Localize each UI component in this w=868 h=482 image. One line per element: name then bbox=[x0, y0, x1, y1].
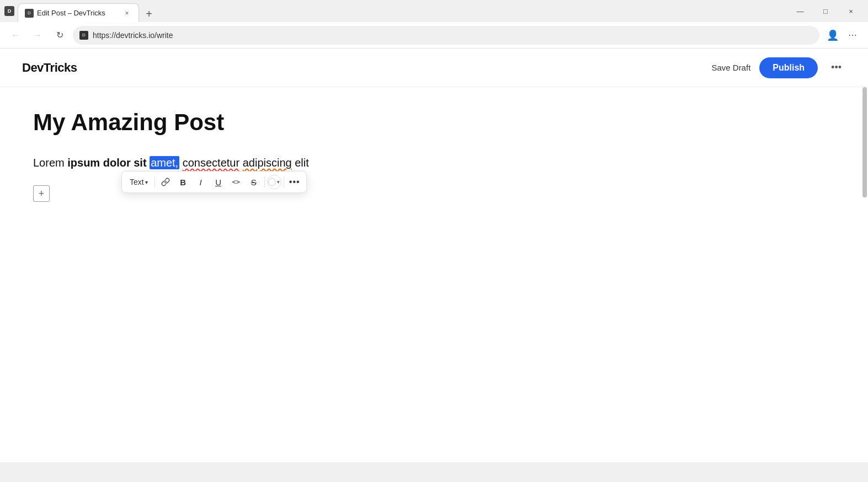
text-adipiscing: adipiscing bbox=[243, 157, 292, 169]
more-options-button[interactable]: ••• bbox=[827, 60, 846, 76]
text-amet: amet, bbox=[150, 156, 179, 169]
toolbar-italic-button[interactable]: I bbox=[193, 174, 209, 190]
tab-title: Edit Post – DevTricks bbox=[37, 9, 119, 17]
toolbar-color-button[interactable]: ▾ bbox=[267, 175, 281, 189]
text-lorem: Lorem bbox=[33, 157, 67, 169]
toolbar-divider-2 bbox=[264, 176, 265, 188]
toolbar-text-label: Text bbox=[130, 178, 144, 186]
address-bar[interactable]: D https://devtricks.io/write bbox=[73, 26, 819, 45]
maximize-button[interactable]: □ bbox=[813, 2, 838, 20]
browser-more-button[interactable]: ⋯ bbox=[844, 26, 861, 44]
body-text[interactable]: Lorem ipsum dolor sit amet, consectetur … bbox=[33, 153, 835, 172]
browser-favicon: D bbox=[4, 6, 14, 16]
toolbar-bold-button[interactable]: B bbox=[175, 174, 191, 190]
app-logo: DevTricks bbox=[22, 61, 77, 75]
toolbar-chevron-icon: ▾ bbox=[145, 179, 148, 185]
scrollbar-thumb[interactable] bbox=[862, 87, 867, 197]
toolbar-underline-button[interactable]: U bbox=[210, 174, 227, 190]
post-title[interactable]: My Amazing Post bbox=[33, 109, 835, 136]
toolbar-strikethrough-button[interactable]: S bbox=[246, 174, 262, 190]
text-elit: elit bbox=[292, 157, 309, 169]
toolbar-link-button[interactable] bbox=[157, 174, 174, 190]
forward-button[interactable]: → bbox=[29, 26, 46, 44]
close-button[interactable]: × bbox=[838, 2, 864, 20]
minimize-button[interactable]: — bbox=[787, 2, 813, 20]
address-text: https://devtricks.io/write bbox=[93, 31, 173, 40]
scrollbar-track[interactable] bbox=[861, 87, 868, 462]
toolbar-divider-3 bbox=[284, 176, 284, 188]
tab-favicon: D bbox=[25, 9, 34, 18]
text-consectetur: consectetur bbox=[183, 157, 239, 169]
toolbar-text-dropdown[interactable]: Text ▾ bbox=[125, 175, 152, 189]
text-ipsum: ipsum dolor sit bbox=[67, 157, 146, 169]
browser-tab-active[interactable]: D Edit Post – DevTricks × bbox=[18, 3, 139, 22]
toolbar-color-chevron: ▾ bbox=[277, 179, 280, 185]
new-tab-button[interactable]: + bbox=[141, 7, 157, 22]
toolbar-more-button[interactable]: ••• bbox=[286, 174, 303, 190]
toolbar-code-button[interactable]: <> bbox=[228, 174, 244, 190]
browser-profile-button[interactable]: 👤 bbox=[824, 26, 842, 44]
refresh-button[interactable]: ↻ bbox=[51, 26, 68, 44]
toolbar-divider-1 bbox=[155, 176, 155, 188]
back-button[interactable]: ← bbox=[7, 26, 24, 44]
add-block-button[interactable]: + bbox=[33, 185, 50, 202]
address-favicon: D bbox=[79, 31, 88, 40]
floating-toolbar: Text ▾ B I U <> S bbox=[121, 171, 307, 193]
tab-close-icon[interactable]: × bbox=[122, 8, 132, 18]
publish-button[interactable]: Publish bbox=[759, 57, 818, 78]
save-draft-button[interactable]: Save Draft bbox=[711, 63, 750, 72]
